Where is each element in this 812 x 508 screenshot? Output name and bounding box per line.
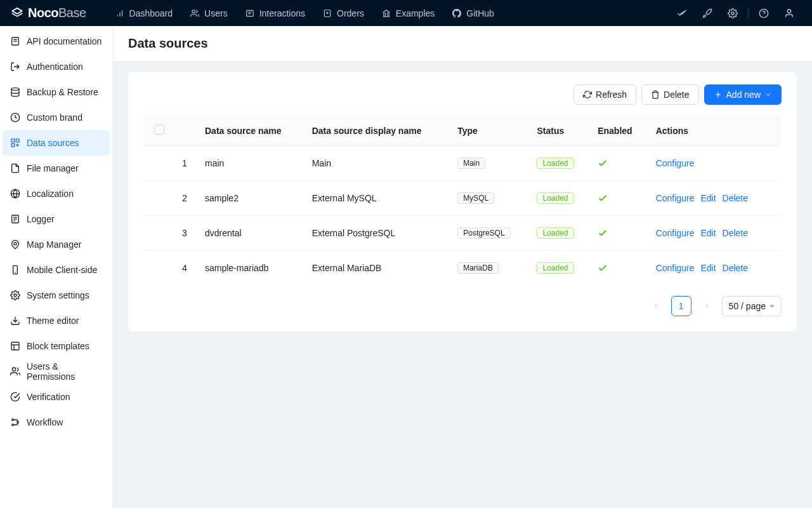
sidebar-icon <box>10 366 20 377</box>
action-delete[interactable]: Delete <box>723 228 748 238</box>
col-name: Data source name <box>197 116 304 146</box>
nav-item-github[interactable]: GitHub <box>443 0 503 26</box>
sidebar-item-workflow[interactable]: Workflow <box>3 410 110 435</box>
svg-rect-20 <box>11 144 15 147</box>
logo[interactable]: NocoBase <box>10 6 86 20</box>
bank-icon <box>382 9 391 18</box>
action-edit[interactable]: Edit <box>700 193 716 203</box>
add-new-button[interactable]: Add new <box>704 84 782 105</box>
sidebar-item-file-manager[interactable]: File manager <box>3 156 110 181</box>
action-configure[interactable]: Configure <box>656 193 695 203</box>
divider <box>748 8 749 18</box>
action-configure[interactable]: Configure <box>656 228 695 238</box>
logo-text: NocoBase <box>28 6 86 20</box>
nav-item-orders[interactable]: Orders <box>314 0 373 26</box>
sidebar-icon <box>10 62 20 72</box>
sidebar-item-api-documentation[interactable]: API documentation <box>3 29 110 54</box>
nav-item-interactions[interactable]: Interactions <box>237 0 314 26</box>
svg-point-16 <box>11 88 19 90</box>
bar-chart-icon <box>115 9 124 18</box>
sidebar-item-label: Theme editor <box>27 316 79 326</box>
highlight-icon[interactable] <box>669 0 695 26</box>
user-icon[interactable] <box>776 0 802 26</box>
sidebar: API documentationAuthenticationBackup & … <box>0 26 113 508</box>
sidebar-icon <box>10 36 20 46</box>
nav-item-users[interactable]: Users <box>181 0 237 26</box>
page-1-button[interactable]: 1 <box>671 296 691 316</box>
settings-icon[interactable] <box>720 0 745 26</box>
sidebar-item-label: Authentication <box>27 62 83 72</box>
sidebar-icon <box>10 112 20 123</box>
page-size-select[interactable]: 50 / page <box>722 296 782 316</box>
main-content: Data sources Refresh Delete Add new <box>113 26 812 508</box>
svg-rect-19 <box>16 139 19 142</box>
message-icon <box>246 9 254 18</box>
cell-actions: Configure <box>648 146 782 181</box>
svg-point-3 <box>192 10 195 13</box>
sidebar-icon <box>10 214 20 224</box>
help-icon[interactable] <box>751 0 776 26</box>
action-configure[interactable]: Configure <box>656 263 695 273</box>
col-actions: Actions <box>648 116 782 146</box>
sidebar-item-label: Map Manager <box>27 239 81 250</box>
cell-display-name: External MySQL <box>304 181 450 216</box>
nav-item-dashboard[interactable]: Dashboard <box>107 0 182 26</box>
nav-item-examples[interactable]: Examples <box>373 0 443 26</box>
table-row: 3dvdrentalExternal PostgreSQLPostgreSQLL… <box>144 216 782 251</box>
action-configure[interactable]: Configure <box>656 158 695 168</box>
sidebar-item-mobile-client-side[interactable]: Mobile Client-side <box>3 257 110 283</box>
action-delete[interactable]: Delete <box>723 193 748 203</box>
app-header: NocoBase DashboardUsersInteractionsOrder… <box>0 0 812 26</box>
trash-icon <box>651 90 660 99</box>
sidebar-icon <box>10 392 20 402</box>
sidebar-item-authentication[interactable]: Authentication <box>3 54 110 79</box>
action-edit[interactable]: Edit <box>700 263 716 273</box>
svg-point-10 <box>731 12 734 15</box>
refresh-button[interactable]: Refresh <box>573 84 636 105</box>
nav-label: Examples <box>396 8 435 18</box>
data-sources-card: Refresh Delete Add new <box>128 72 797 331</box>
cell-display-name: External MariaDB <box>304 251 450 286</box>
delete-button[interactable]: Delete <box>641 84 698 105</box>
action-edit[interactable]: Edit <box>700 228 716 238</box>
sidebar-item-data-sources[interactable]: Data sources <box>3 130 110 156</box>
sidebar-item-system-settings[interactable]: System settings <box>3 283 110 308</box>
plus-icon <box>714 90 723 99</box>
sidebar-item-theme-editor[interactable]: Theme editor <box>3 308 110 333</box>
top-nav: DashboardUsersInteractionsOrdersExamples… <box>107 0 669 26</box>
sidebar-icon <box>10 138 20 148</box>
cell-name: sample2 <box>197 181 304 216</box>
sidebar-item-localization[interactable]: Localization <box>3 181 110 206</box>
cell-display-name: Main <box>304 146 450 181</box>
select-all-checkbox[interactable] <box>154 124 164 135</box>
sidebar-item-logger[interactable]: Logger <box>3 206 110 232</box>
sidebar-item-custom-brand[interactable]: Custom brand <box>3 105 110 130</box>
enabled-check-icon <box>598 263 641 273</box>
sidebar-icon <box>10 290 20 300</box>
sidebar-icon <box>10 316 20 326</box>
sidebar-icon <box>10 189 20 199</box>
nav-label: Orders <box>337 8 364 18</box>
status-badge: Loaded <box>537 192 573 204</box>
row-index: 1 <box>172 146 197 181</box>
toolbar: Refresh Delete Add new <box>143 84 782 105</box>
sidebar-item-label: Backup & Restore <box>27 87 98 97</box>
nav-label: Dashboard <box>129 8 173 18</box>
rocket-icon[interactable] <box>695 0 720 26</box>
sidebar-icon <box>10 239 20 250</box>
col-display-name: Data source display name <box>304 116 450 146</box>
users-icon <box>190 9 199 18</box>
next-page-button[interactable] <box>697 296 717 316</box>
sidebar-item-label: Block templates <box>27 341 89 351</box>
sidebar-item-verification[interactable]: Verification <box>3 384 110 410</box>
enabled-check-icon <box>598 228 641 238</box>
sidebar-item-map-manager[interactable]: Map Manager <box>3 232 110 257</box>
sidebar-item-users-permissions[interactable]: Users & Permissions <box>3 359 110 384</box>
sidebar-item-block-templates[interactable]: Block templates <box>3 333 110 359</box>
action-delete[interactable]: Delete <box>723 263 748 273</box>
chevron-down-icon <box>764 91 772 98</box>
prev-page-button[interactable] <box>646 296 666 316</box>
sidebar-item-label: Data sources <box>27 138 79 148</box>
sidebar-item-backup-restore[interactable]: Backup & Restore <box>3 79 110 105</box>
svg-rect-33 <box>11 342 19 350</box>
